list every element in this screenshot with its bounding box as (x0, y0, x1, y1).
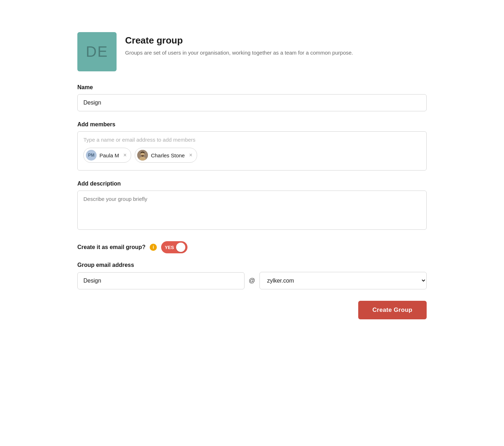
member-name-paula-m: Paula M (99, 152, 119, 158)
avatar-paula-m: PM (86, 150, 97, 161)
create-group-button[interactable]: Create Group (358, 301, 427, 319)
remove-charles-stone[interactable]: × (189, 152, 192, 158)
group-email-label: Group email address (77, 262, 427, 268)
avatar-charles-stone (137, 150, 148, 161)
name-label: Name (77, 84, 427, 91)
domain-select[interactable]: zylker.com (259, 272, 427, 289)
member-tag-charles-stone: Charles Stone × (135, 148, 197, 163)
description-textarea[interactable] (77, 191, 427, 230)
description-section: Add description (77, 181, 427, 231)
email-local-part-input[interactable] (77, 272, 245, 289)
members-placeholder: Type a name or email address to add memb… (83, 137, 421, 143)
email-address-row: @ zylker.com (77, 272, 427, 289)
email-group-label: Create it as email group? (77, 244, 145, 250)
toggle-knob (176, 243, 185, 252)
toggle-yes-text: YES (165, 245, 174, 250)
group-avatar: DE (77, 32, 117, 71)
member-name-charles-stone: Charles Stone (151, 152, 185, 158)
description-label: Add description (77, 181, 427, 187)
name-section: Name (77, 84, 427, 111)
email-group-toggle[interactable]: YES (161, 241, 187, 253)
header-description: Groups are set of users in your organisa… (125, 49, 353, 57)
members-section: Add members Type a name or email address… (77, 121, 427, 171)
page-title: Create group (125, 35, 353, 46)
group-email-section: Group email address @ zylker.com (77, 262, 427, 289)
header: DE Create group Groups are set of users … (77, 32, 427, 71)
remove-paula-m[interactable]: × (123, 152, 127, 158)
actions-row: Create Group (77, 301, 427, 319)
members-input-area[interactable]: Type a name or email address to add memb… (77, 131, 427, 171)
page-container: DE Create group Groups are set of users … (56, 14, 448, 337)
info-icon[interactable]: i (150, 244, 157, 251)
avatar-initials-pm: PM (88, 153, 94, 158)
group-avatar-initials: DE (86, 43, 108, 60)
at-symbol: @ (249, 277, 255, 284)
members-label: Add members (77, 121, 427, 128)
members-tags: PM Paula M × (83, 148, 421, 163)
header-text: Create group Groups are set of users in … (125, 32, 353, 57)
email-group-row: Create it as email group? i YES (77, 241, 427, 253)
member-tag-paula-m: PM Paula M × (83, 148, 131, 163)
avatar-photo-svg (137, 150, 148, 161)
name-input[interactable] (77, 94, 427, 111)
